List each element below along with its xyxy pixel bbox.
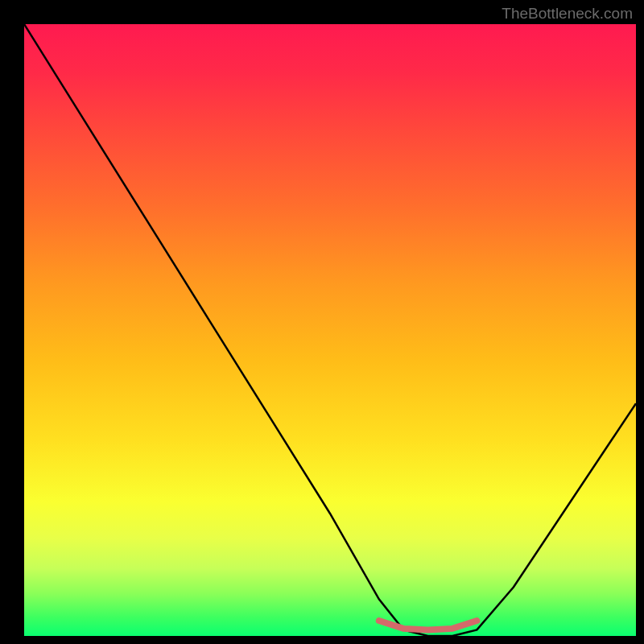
plot-area: [24, 24, 636, 636]
main-curve: [24, 24, 636, 636]
bottom-highlight: [379, 621, 477, 630]
watermark-text: TheBottleneck.com: [502, 5, 633, 23]
chart-svg: [24, 24, 636, 636]
